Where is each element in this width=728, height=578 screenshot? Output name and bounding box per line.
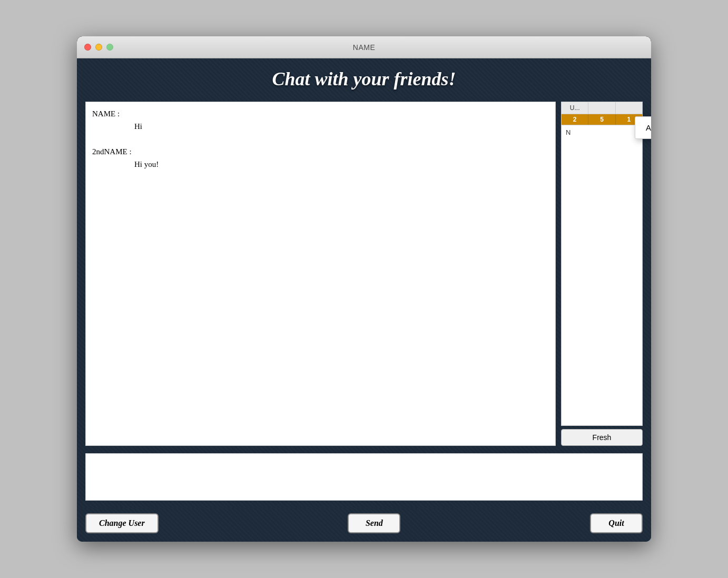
window-controls	[84, 44, 113, 51]
users-list[interactable]: N	[562, 125, 642, 425]
maximize-button[interactable]	[106, 44, 113, 51]
users-tabs: U...	[562, 102, 642, 114]
chat-sender-1: NAME :	[92, 107, 549, 120]
bottom-bar: Change User Send Quit	[77, 508, 651, 542]
chat-message-1: NAME : Hi	[92, 107, 549, 133]
refresh-button[interactable]: Fresh	[561, 429, 643, 446]
close-button[interactable]	[84, 44, 91, 51]
tab-users[interactable]: U...	[562, 102, 588, 114]
right-panel: U... 2 5 1 N Ask to private chat	[561, 102, 643, 446]
app-title: Chat with your friends!	[87, 68, 641, 90]
tab-badges: 2 5 1	[562, 114, 642, 125]
context-menu-private-chat[interactable]: Ask to private chat	[635, 118, 651, 137]
context-menu: Ask to private chat	[635, 116, 651, 139]
input-section	[77, 450, 651, 508]
change-user-button[interactable]: Change User	[85, 513, 159, 533]
main-content: NAME : Hi 2ndNAME : Hi you! U... 2	[77, 97, 651, 450]
tab-2[interactable]	[588, 102, 615, 114]
chat-area[interactable]: NAME : Hi 2ndNAME : Hi you!	[85, 102, 556, 446]
message-input[interactable]	[85, 453, 643, 501]
quit-button[interactable]: Quit	[590, 513, 643, 533]
chat-text-2: Hi you!	[92, 158, 549, 171]
chat-text-1: Hi	[92, 120, 549, 133]
tab-3[interactable]	[616, 102, 642, 114]
titlebar: NAME	[77, 36, 651, 58]
app-window: NAME Chat with your friends! NAME : Hi 2…	[77, 36, 651, 542]
app-header: Chat with your friends!	[77, 58, 651, 97]
window-title: NAME	[353, 43, 375, 52]
chat-sender-2: 2ndNAME :	[92, 145, 549, 158]
users-panel: U... 2 5 1 N	[561, 102, 643, 426]
badge-2: 5	[588, 114, 615, 125]
badge-1: 2	[562, 114, 588, 125]
minimize-button[interactable]	[95, 44, 102, 51]
list-item[interactable]: N	[564, 127, 640, 137]
send-button[interactable]: Send	[348, 513, 400, 533]
chat-message-2: 2ndNAME : Hi you!	[92, 145, 549, 171]
